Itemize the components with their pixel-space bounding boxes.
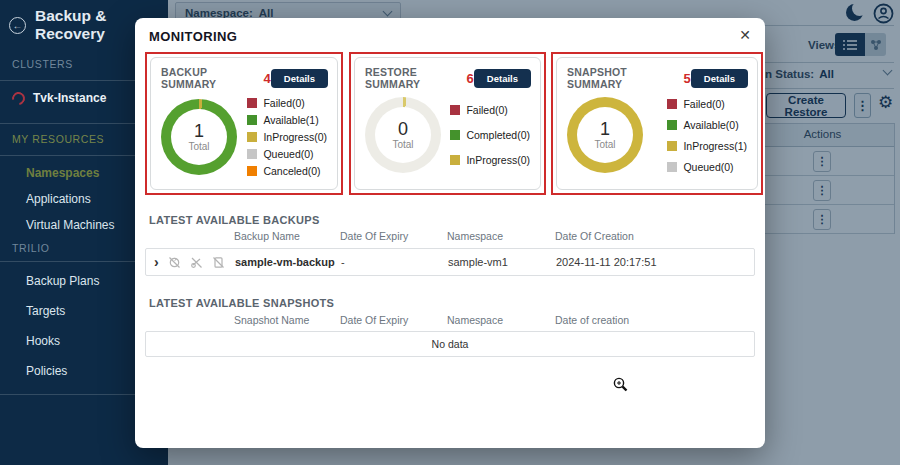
restore-summary-card: RESTORE SUMMARY 6 Details 0 Total Failed…	[354, 57, 541, 190]
restore-details-button[interactable]: Details	[474, 69, 531, 88]
backup-donut-chart: 1 Total	[161, 99, 237, 175]
legend-swatch-failed	[247, 98, 257, 108]
legend-label: Failed(0)	[466, 104, 507, 116]
trilio-logo-icon	[9, 89, 27, 107]
col-namespace: Namespace	[447, 314, 555, 326]
expand-row-icon[interactable]: ›	[154, 255, 159, 269]
backup-summary-title: BACKUP SUMMARY	[161, 66, 248, 90]
legend-label: Available(1)	[263, 114, 318, 126]
legend-swatch-completed	[450, 130, 460, 140]
legend-label: InProgress(0)	[466, 154, 530, 166]
legend-label: Available(0)	[683, 119, 738, 131]
backup-total-label: Total	[188, 141, 209, 152]
restore-donut-chart: 0 Total	[365, 97, 441, 173]
annotation-number: 4	[264, 71, 271, 86]
restore-total: 0	[398, 120, 408, 139]
annotation-box-restore: RESTORE SUMMARY 6 Details 0 Total Failed…	[349, 52, 546, 195]
backup-name-cell: sample-vm-backup	[235, 256, 341, 268]
legend-label: Failed(0)	[263, 97, 304, 109]
backups-section-title: LATEST AVAILABLE BACKUPS	[149, 214, 320, 226]
legend-swatch-available	[667, 120, 677, 130]
col-date-of-creation: Date of creation	[555, 314, 755, 326]
legend-swatch-inprogress	[450, 155, 460, 165]
namespace-cell: sample-vm1	[448, 256, 556, 268]
back-icon[interactable]: ←	[9, 17, 26, 34]
legend-label: Failed(0)	[683, 98, 724, 110]
legend-swatch-queued	[247, 149, 257, 159]
snapshot-donut-chart: 1 Total	[567, 97, 643, 173]
annotation-box-backup: BACKUP SUMMARY 4 Details 1 Total Failed(…	[145, 52, 343, 195]
snapshot-summary-title: SNAPSHOT SUMMARY	[567, 66, 668, 90]
no-data-text: No data	[432, 338, 469, 350]
backup-details-button[interactable]: Details	[271, 69, 328, 88]
legend-swatch-queued	[667, 162, 677, 172]
screen: ← Backup & Recovery CLUSTERS Tvk-Instanc…	[0, 0, 900, 465]
backup-table-row: › sample-vm-backup - sample-vm1 2024-11-…	[145, 248, 755, 276]
legend-swatch-available	[247, 115, 257, 125]
col-date-of-expiry: Date Of Expiry	[340, 230, 447, 242]
restore-total-label: Total	[392, 139, 413, 150]
annotation-box-snapshot: SNAPSHOT SUMMARY 5 Details 1 Total Faile…	[551, 52, 763, 195]
legend-label: InProgress(1)	[683, 140, 747, 152]
legend-label: Queued(0)	[263, 148, 313, 160]
restore-summary-title: RESTORE SUMMARY	[365, 66, 451, 90]
annotation-number: 6	[467, 71, 474, 86]
legend-label: Canceled(0)	[263, 165, 320, 177]
col-namespace: Namespace	[447, 230, 555, 242]
key-disabled-icon[interactable]	[190, 256, 203, 269]
snapshot-total: 1	[600, 120, 610, 139]
backup-total: 1	[194, 122, 204, 141]
creation-date-cell: 2024-11-11 20:17:51	[556, 256, 754, 268]
legend-label: Queued(0)	[683, 161, 733, 173]
backup-summary-card: BACKUP SUMMARY 4 Details 1 Total Failed(…	[150, 57, 338, 190]
snapshot-details-button[interactable]: Details	[691, 69, 748, 88]
snapshot-legend: Failed(0) Available(0) InProgress(1) Que…	[667, 98, 747, 173]
col-date-of-creation: Date Of Creation	[555, 230, 755, 242]
col-backup-name: Backup Name	[234, 230, 340, 242]
file-disabled-icon[interactable]	[212, 256, 225, 269]
legend-swatch-failed	[450, 105, 460, 115]
snapshots-section-title: LATEST AVAILABLE SNAPSHOTS	[149, 297, 334, 309]
legend-swatch-inprogress	[247, 132, 257, 142]
snapshot-total-label: Total	[594, 139, 615, 150]
legend-label: Completed(0)	[466, 129, 530, 141]
col-date-of-expiry: Date Of Expiry	[340, 314, 447, 326]
legend-swatch-inprogress	[667, 141, 677, 151]
snapshots-table-header: Snapshot Name Date Of Expiry Namespace D…	[145, 314, 755, 326]
zoom-cursor-icon	[612, 376, 629, 397]
restore-disabled-icon[interactable]	[168, 256, 181, 269]
annotation-number: 5	[684, 71, 691, 86]
snapshots-empty-row: No data	[145, 331, 755, 357]
instance-name: Tvk-Instance	[33, 91, 106, 105]
snapshot-summary-card: SNAPSHOT SUMMARY 5 Details 1 Total Faile…	[556, 57, 758, 190]
expiry-cell: -	[341, 256, 448, 268]
backup-legend: Failed(0) Available(1) InProgress(0) Que…	[247, 97, 327, 177]
modal-title: MONITORING	[149, 29, 237, 44]
col-snapshot-name: Snapshot Name	[234, 314, 340, 326]
legend-swatch-canceled	[247, 166, 257, 176]
backups-table-header: Backup Name Date Of Expiry Namespace Dat…	[145, 230, 755, 242]
legend-swatch-failed	[667, 99, 677, 109]
legend-label: InProgress(0)	[263, 131, 327, 143]
monitoring-modal: MONITORING ✕ BACKUP SUMMARY 4 Details 1 …	[135, 18, 765, 448]
close-icon[interactable]: ✕	[739, 27, 751, 43]
restore-legend: Failed(0) Completed(0) InProgress(0)	[450, 104, 530, 166]
